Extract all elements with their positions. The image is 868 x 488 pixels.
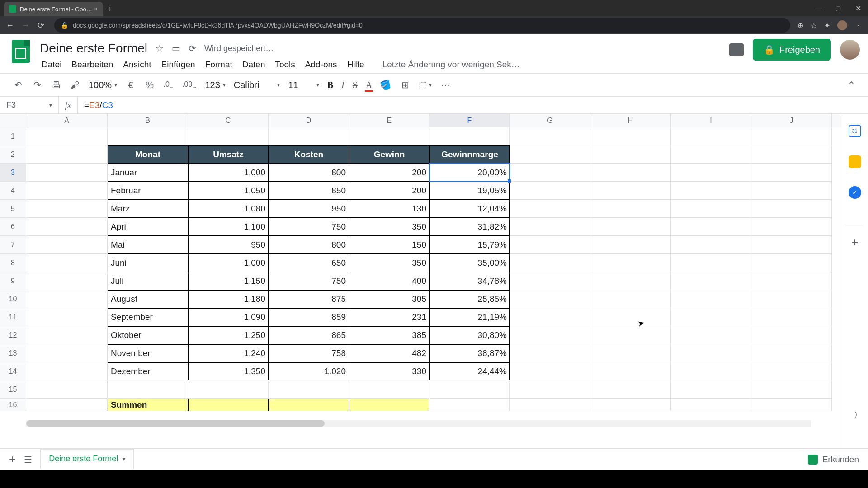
cell-J7[interactable] (751, 236, 832, 254)
cell-G10[interactable] (510, 290, 590, 308)
tasks-addon-icon[interactable] (849, 186, 861, 199)
cell-C1[interactable] (188, 127, 269, 145)
cell-A16[interactable] (26, 399, 108, 411)
row-header-3[interactable]: 3 (0, 164, 26, 182)
cell-G9[interactable] (510, 272, 590, 290)
cell-B7[interactable]: Mai (108, 236, 188, 254)
cell-J1[interactable] (751, 127, 832, 145)
fill-color-button[interactable]: 🪣 (379, 78, 393, 92)
cell-I12[interactable] (671, 326, 751, 344)
merge-button[interactable]: ⬚ ▾ (419, 80, 432, 90)
cell-H12[interactable] (590, 326, 671, 344)
cell-G13[interactable] (510, 344, 590, 362)
cell-J4[interactable] (751, 182, 832, 200)
column-header-F[interactable]: F (429, 114, 510, 127)
cell-C2[interactable]: Umsatz (188, 145, 269, 164)
cell-E10[interactable]: 305 (349, 290, 429, 308)
cell-B4[interactable]: Februar (108, 182, 188, 200)
chrome-menu-icon[interactable]: ⋮ (854, 21, 862, 30)
cell-B15[interactable] (108, 380, 188, 399)
cell-J16[interactable] (751, 399, 832, 411)
cell-F4[interactable]: 19,05% (429, 182, 510, 200)
currency-button[interactable]: € (125, 80, 136, 90)
cell-J12[interactable] (751, 326, 832, 344)
increase-decimal-button[interactable]: .00→ (182, 80, 197, 89)
spreadsheet-grid[interactable]: ABCDEFGHIJ 12MonatUmsatzKostenGewinnGewi… (0, 114, 841, 448)
new-tab-button[interactable]: + (103, 2, 117, 16)
cell-C8[interactable]: 1.000 (188, 254, 269, 272)
cell-D11[interactable]: 859 (269, 308, 349, 326)
cell-C10[interactable]: 1.180 (188, 290, 269, 308)
cell-C16[interactable] (188, 399, 269, 411)
cell-E4[interactable]: 200 (349, 182, 429, 200)
cell-H8[interactable] (590, 254, 671, 272)
menu-daten[interactable]: Daten (242, 60, 265, 70)
comments-icon[interactable] (729, 43, 744, 56)
cell-B1[interactable] (108, 127, 188, 145)
bold-button[interactable]: B (327, 80, 333, 90)
cell-G1[interactable] (510, 127, 590, 145)
reload-button[interactable]: ⟳ (34, 19, 47, 32)
cell-G14[interactable] (510, 362, 590, 380)
cell-I2[interactable] (671, 145, 751, 164)
cell-D6[interactable]: 750 (269, 218, 349, 236)
explore-button[interactable]: Erkunden (808, 455, 859, 465)
cell-B16[interactable]: Summen (108, 399, 188, 411)
cell-B6[interactable]: April (108, 218, 188, 236)
maximize-button[interactable]: ▢ (828, 0, 848, 16)
cell-J11[interactable] (751, 308, 832, 326)
cell-D2[interactable]: Kosten (269, 145, 349, 164)
cell-A15[interactable] (26, 380, 108, 399)
cell-G8[interactable] (510, 254, 590, 272)
row-header-11[interactable]: 11 (0, 308, 26, 326)
zoom-icon[interactable]: ⊕ (797, 21, 803, 30)
font-dropdown[interactable]: Calibri ▾ (234, 80, 280, 90)
cell-H11[interactable] (590, 308, 671, 326)
row-header-12[interactable]: 12 (0, 326, 26, 344)
row-header-9[interactable]: 9 (0, 272, 26, 290)
move-icon[interactable]: ▭ (172, 43, 180, 54)
paint-format-button[interactable]: 🖌 (70, 80, 80, 90)
cell-I6[interactable] (671, 218, 751, 236)
cell-C3[interactable]: 1.000 (188, 164, 269, 182)
cell-B2[interactable]: Monat (108, 145, 188, 164)
cell-I8[interactable] (671, 254, 751, 272)
cell-F7[interactable]: 15,79% (429, 236, 510, 254)
sheets-logo[interactable] (8, 39, 33, 64)
cell-H1[interactable] (590, 127, 671, 145)
row-header-10[interactable]: 10 (0, 290, 26, 308)
row-header-16[interactable]: 16 (0, 399, 26, 411)
cell-H15[interactable] (590, 380, 671, 399)
column-header-D[interactable]: D (269, 114, 349, 127)
cell-A13[interactable] (26, 344, 108, 362)
cell-J10[interactable] (751, 290, 832, 308)
cell-G2[interactable] (510, 145, 590, 164)
side-panel-collapse-button[interactable]: 〉 (854, 409, 863, 421)
column-header-H[interactable]: H (590, 114, 671, 127)
bookmark-icon[interactable]: ☆ (811, 21, 817, 30)
cell-I7[interactable] (671, 236, 751, 254)
cell-E5[interactable]: 130 (349, 200, 429, 218)
cell-E15[interactable] (349, 380, 429, 399)
borders-button[interactable]: ⊞ (400, 80, 410, 90)
percent-button[interactable]: % (144, 80, 155, 90)
cell-J2[interactable] (751, 145, 832, 164)
cell-I14[interactable] (671, 362, 751, 380)
row-header-13[interactable]: 13 (0, 344, 26, 362)
cell-E12[interactable]: 385 (349, 326, 429, 344)
cell-D3[interactable]: 800 (269, 164, 349, 182)
cell-D4[interactable]: 850 (269, 182, 349, 200)
last-modified[interactable]: Letzte Änderung vor wenigen Sek… (382, 60, 520, 70)
cell-H2[interactable] (590, 145, 671, 164)
cell-D12[interactable]: 865 (269, 326, 349, 344)
cell-F9[interactable]: 34,78% (429, 272, 510, 290)
formula-input[interactable]: =E3/C3 (78, 100, 868, 110)
cell-E3[interactable]: 200 (349, 164, 429, 182)
cell-I1[interactable] (671, 127, 751, 145)
cell-C11[interactable]: 1.090 (188, 308, 269, 326)
cell-D7[interactable]: 800 (269, 236, 349, 254)
cell-J9[interactable] (751, 272, 832, 290)
close-window-button[interactable]: ✕ (848, 0, 868, 16)
cell-A8[interactable] (26, 254, 108, 272)
cell-B9[interactable]: Juli (108, 272, 188, 290)
